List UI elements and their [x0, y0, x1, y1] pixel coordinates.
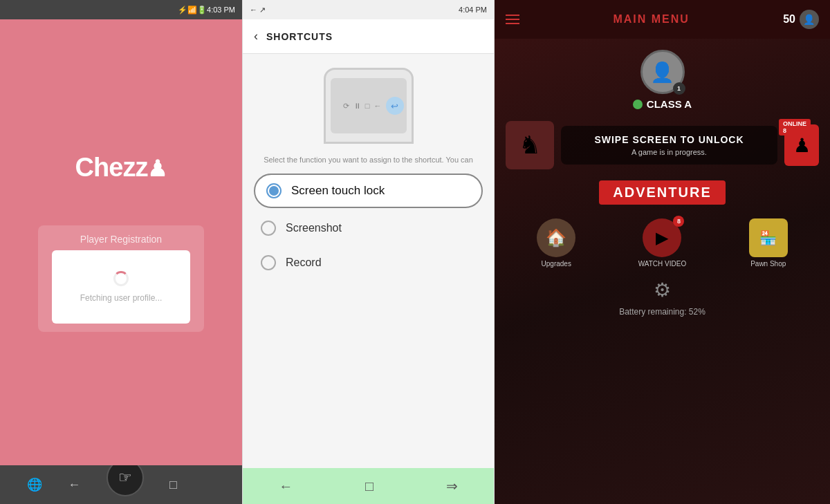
chezz-background: Chezz♟ Player Registration Fetching user… — [0, 19, 242, 465]
swipe-title: SWIPE SCREEN TO UNLOCK — [594, 134, 744, 145]
chess-piece-icon: ♟ — [147, 156, 167, 181]
class-label-row: CLASS A — [633, 98, 692, 110]
status-time-1: 4:03 PM — [207, 6, 235, 14]
panel-shortcuts: ← ↗ 4:04 PM ‹ SHORTCUTS ⟳ ⏸ □ ← ↩ Select… — [242, 0, 495, 504]
upgrades-icon: 🏠 — [537, 218, 575, 257]
chess-mid-row: ♞ SWIPE SCREEN TO UNLOCK A game is in pr… — [506, 121, 819, 169]
header-right: 50 👤 — [783, 10, 819, 29]
pause-icon: ⏸ — [353, 102, 361, 110]
class-label-text: CLASS A — [647, 98, 692, 110]
player-avatar: 👤 1 — [640, 50, 685, 94]
hamburger-line-2 — [506, 19, 519, 20]
option-screenshot[interactable]: Screenshot — [254, 211, 483, 245]
status-bar-1: ⚡📶🔋 4:03 PM — [0, 0, 242, 19]
swipe-subtitle: A game is in progress. — [631, 148, 707, 156]
option-record[interactable]: Record — [254, 245, 483, 280]
status-bar-2: ← ↗ 4:04 PM — [243, 0, 494, 19]
square-button-1[interactable]: □ — [169, 478, 177, 492]
pawn-shop-label: Pawn Shop — [750, 260, 786, 268]
user-avatar-header[interactable]: 👤 — [800, 10, 819, 29]
player-reg-card: Player Registration Fetching user profil… — [38, 225, 204, 332]
forward-button-nav2[interactable]: ⇒ — [446, 478, 458, 494]
shortcut-description: Select the function you want to assign t… — [243, 151, 494, 174]
nav-bar-2: ← □ ⇒ — [243, 468, 494, 504]
hamburger-menu[interactable] — [506, 15, 519, 24]
watch-video-label: WATCH VIDEO — [638, 260, 686, 268]
back-button-1[interactable]: ← — [68, 478, 80, 492]
home-icon: □ — [365, 102, 370, 110]
online-badge: ONLINE8 — [779, 119, 811, 136]
loading-spinner — [113, 271, 129, 286]
option-label-record: Record — [286, 256, 322, 269]
rank-badge: 1 — [673, 82, 685, 95]
chess-piece-left: ♞ — [506, 121, 554, 169]
pawn-shop-icon: 🏪 — [749, 218, 788, 257]
rotate-icon: ⟳ — [343, 102, 349, 111]
chess-icons-row: 🏠 Upgrades ▶ 8 WATCH VIDEO 🏪 Pawn Shop — [506, 218, 819, 268]
back-button-nav2[interactable]: ← — [279, 478, 293, 494]
hamburger-line-3 — [506, 23, 519, 24]
chess-piece-right: ♟ ONLINE8 — [784, 124, 819, 166]
radio-record[interactable] — [261, 255, 276, 270]
option-label-screenshot: Screenshot — [286, 222, 342, 234]
shortcuts-title: SHORTCUTS — [266, 31, 333, 42]
back-button-shortcuts[interactable]: ‹ — [254, 29, 258, 44]
square-button-nav2[interactable]: □ — [365, 478, 374, 494]
pawn-shop-item[interactable]: 🏪 Pawn Shop — [749, 218, 788, 268]
status-time-2: 4:04 PM — [459, 6, 487, 14]
back-icon-small: ← — [374, 102, 382, 110]
nav-bar-1: 🌐 ← ☞ □ — [0, 465, 242, 504]
adventure-banner[interactable]: ADVENTURE — [599, 180, 725, 205]
chezz-logo: Chezz♟ — [75, 146, 167, 184]
radio-screen-touch-lock[interactable] — [266, 183, 282, 198]
radio-screenshot[interactable] — [261, 221, 276, 236]
chess-overlay: 👤 1 CLASS A ♞ SWIPE SCREEN TO UNLOCK A g… — [495, 39, 830, 504]
gesture-icon: ☞ — [118, 469, 132, 487]
hamburger-line-1 — [506, 15, 519, 16]
swipe-overlay: SWIPE SCREEN TO UNLOCK A game is in prog… — [561, 126, 777, 165]
upgrades-label: Upgrades — [542, 260, 571, 268]
watch-video-item[interactable]: ▶ 8 WATCH VIDEO — [638, 218, 686, 268]
header-badge-count: 50 — [783, 13, 795, 26]
settings-gear-icon[interactable]: ⚙ — [654, 279, 671, 301]
battery-text: Battery remaining: 52% — [619, 307, 706, 317]
watch-video-badge: 8 — [673, 216, 684, 227]
phone-illustration: ⟳ ⏸ □ ← ↩ — [243, 54, 494, 151]
online-indicator — [633, 100, 643, 109]
globe-icon[interactable]: 🌐 — [27, 477, 42, 492]
option-screen-touch-lock[interactable]: Screen touch lock — [254, 174, 483, 208]
player-reg-content: Fetching user profile... — [52, 250, 190, 324]
main-menu-title: MAIN MENU — [613, 13, 689, 26]
status-icons-2: ← ↗ — [250, 6, 266, 15]
status-icons-1: ⚡📶🔋 — [178, 6, 207, 15]
chess-content: 👤 1 CLASS A ♞ SWIPE SCREEN TO UNLOCK A g… — [495, 39, 830, 504]
upgrades-item[interactable]: 🏠 Upgrades — [537, 218, 575, 268]
radio-inner-checked — [269, 186, 279, 196]
panel-chezz: ⚡📶🔋 4:03 PM Chezz♟ Player Registration F… — [0, 0, 242, 504]
shortcuts-header: ‹ SHORTCUTS — [243, 19, 494, 54]
watch-video-icon: ▶ 8 — [643, 218, 681, 257]
phone-frame-graphic: ⟳ ⏸ □ ← ↩ — [324, 68, 414, 144]
panel-chess: MAIN MENU 50 👤 👤 1 CLASS A ♞ SWIPE SCREE… — [495, 0, 830, 504]
option-label-screen-touch-lock: Screen touch lock — [291, 184, 385, 198]
fetching-text: Fetching user profile... — [80, 293, 163, 303]
chess-header: MAIN MENU 50 👤 — [495, 0, 830, 39]
player-reg-label: Player Registration — [52, 234, 190, 245]
gear-row: ⚙ — [654, 279, 671, 301]
options-list: Screen touch lock Screenshot Record — [243, 174, 494, 468]
phone-inner-graphic: ⟳ ⏸ □ ← ↩ — [331, 78, 407, 133]
highlight-icon: ↩ — [386, 97, 404, 115]
